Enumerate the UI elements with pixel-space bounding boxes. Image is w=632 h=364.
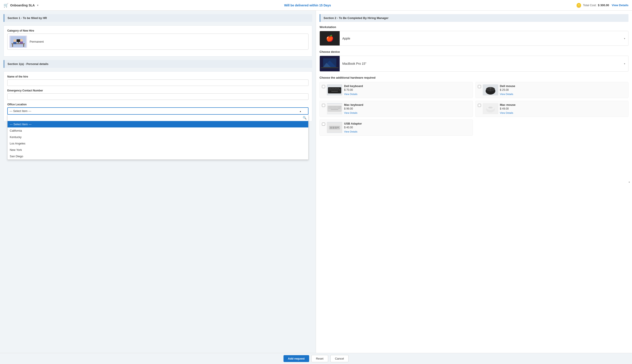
usb-adaptor-image <box>327 122 342 133</box>
name-label: Name of the hire <box>7 75 308 78</box>
svg-rect-44 <box>334 106 335 107</box>
main-content: Section 1 - To be filled by HR Category … <box>0 10 632 353</box>
section1a-header: Section 1(a) - Personal details <box>4 60 312 68</box>
device-selected-label: MacBook Pro 15" <box>340 62 621 66</box>
dell-keyboard-link[interactable]: View Details <box>344 93 357 96</box>
office-search-input[interactable] <box>8 115 301 121</box>
svg-point-61 <box>488 107 493 108</box>
topbar-dropdown-icon[interactable]: ▼ <box>37 4 39 7</box>
dropdown-option-los-angeles[interactable]: Los Angeles <box>8 140 308 147</box>
dropdown-option-new-york[interactable]: New York <box>8 147 308 153</box>
office-dropdown-trigger[interactable]: --- Select Item --- <box>7 107 308 115</box>
mac-mouse-checkbox[interactable] <box>478 104 481 107</box>
svg-rect-43 <box>333 106 333 107</box>
svg-rect-23 <box>336 88 337 89</box>
dell-mouse-image <box>483 84 498 96</box>
mac-mouse-image <box>483 103 498 114</box>
section1-header: Section 1 - To be filled by HR <box>4 14 312 22</box>
mac-mouse-info: Mac mouse $ 49.00 View Details <box>500 103 626 114</box>
svg-rect-26 <box>330 90 332 90</box>
hardware-item-usb-adaptor: USB Adaptor $ 40.00 View Details <box>320 120 473 136</box>
office-dropdown-list: 🔍 --- Select Item --- California Kentuck… <box>7 115 308 160</box>
dell-keyboard-checkbox[interactable] <box>322 85 325 88</box>
office-field: Office Location --- Select Item --- 🔍 --… <box>7 103 308 115</box>
office-selected-text: --- Select Item --- <box>10 109 31 113</box>
workstation-dropdown-arrow[interactable] <box>621 37 628 40</box>
dropdown-option-select[interactable]: --- Select Item --- <box>8 121 308 128</box>
dell-mouse-info: Dell mouse $ 25.00 View Details <box>500 84 626 96</box>
category-selected-label: Permanent <box>30 40 307 43</box>
svg-rect-53 <box>334 108 335 108</box>
left-panel: Section 1 - To be filled by HR Category … <box>0 10 316 353</box>
dell-keyboard-info: Dell keyboard $ 70.00 View Details <box>344 84 470 96</box>
cart-icon: 🛒 <box>4 3 9 8</box>
svg-rect-7 <box>20 42 23 44</box>
section1-card: Category of New Hire <box>4 26 312 56</box>
topbar: 🛒 Onboarding SLA ▼ Will be delivered wit… <box>0 0 632 10</box>
svg-rect-27 <box>332 90 333 90</box>
workstation-label: Workstation <box>320 26 628 29</box>
topbar-title: Onboarding SLA <box>10 4 35 7</box>
svg-rect-3 <box>23 44 24 47</box>
cancel-button[interactable]: Cancel <box>330 355 348 362</box>
usb-adaptor-info: USB Adaptor $ 40.00 View Details <box>344 122 470 133</box>
svg-rect-22 <box>335 88 336 89</box>
right-panel: Section 2 - To Be Completed By Hiring Ma… <box>316 10 632 353</box>
svg-point-4 <box>14 39 16 42</box>
add-request-button[interactable]: Add request <box>284 355 309 362</box>
dell-mouse-price: $ 25.00 <box>500 88 626 92</box>
dropdown-option-kentucky[interactable]: Kentucky <box>8 134 308 140</box>
device-dropdown-arrow[interactable] <box>621 62 628 65</box>
dell-mouse-name: Dell mouse <box>500 84 626 88</box>
hardware-grid: Dell keyboard $ 70.00 View Details <box>320 82 628 117</box>
svg-rect-45 <box>335 106 336 107</box>
name-input[interactable] <box>7 80 308 86</box>
dropdown-option-san-diego[interactable]: San Diego <box>8 153 308 160</box>
svg-rect-25 <box>329 90 330 90</box>
view-details-link[interactable]: View Details <box>612 4 628 7</box>
svg-rect-42 <box>331 106 332 107</box>
topbar-right: 🪙 Total Cost: $ 300.00 View Details <box>576 3 628 8</box>
total-cost-display: 🪙 Total Cost: $ 300.00 <box>576 3 609 8</box>
usb-adaptor-link[interactable]: View Details <box>344 130 357 133</box>
mac-keyboard-checkbox[interactable] <box>322 104 325 107</box>
device-selector[interactable]: MacBook Pro 15" <box>320 56 628 72</box>
svg-rect-49 <box>329 108 329 108</box>
workstation-selected-label: Apple <box>340 37 621 40</box>
apple-logo-icon: 🍎 <box>326 35 334 42</box>
svg-rect-9 <box>18 42 19 43</box>
svg-rect-40 <box>329 106 329 107</box>
svg-rect-65 <box>333 127 334 128</box>
svg-rect-48 <box>339 106 341 107</box>
usb-adaptor-checkbox[interactable] <box>322 122 325 126</box>
mac-mouse-link[interactable]: View Details <box>500 112 513 114</box>
dropdown-option-california[interactable]: California <box>8 128 308 134</box>
svg-rect-28 <box>334 90 335 90</box>
category-field: Category of New Hire <box>7 29 308 50</box>
mac-keyboard-info: Mac keyboard $ 99.00 View Details <box>344 103 470 114</box>
svg-rect-21 <box>333 88 334 89</box>
mac-keyboard-link[interactable]: View Details <box>344 112 357 114</box>
emergency-field: Emergency Contact Number <box>7 89 308 100</box>
svg-rect-32 <box>331 91 338 92</box>
emergency-input[interactable] <box>7 94 308 100</box>
svg-rect-50 <box>330 108 331 108</box>
office-location-dropdown[interactable]: --- Select Item --- 🔍 --- Select Item --… <box>7 107 308 115</box>
usb-adaptor-name: USB Adaptor <box>344 122 470 125</box>
svg-rect-64 <box>330 127 332 128</box>
svg-rect-41 <box>330 106 331 107</box>
office-search-button[interactable]: 🔍 <box>301 115 308 121</box>
dropdown-search-row: 🔍 <box>8 115 308 121</box>
dell-mouse-checkbox[interactable] <box>478 85 481 88</box>
svg-rect-24 <box>338 88 339 89</box>
device-image <box>320 56 340 71</box>
category-selector[interactable]: Permanent <box>7 34 308 50</box>
category-label: Category of New Hire <box>7 29 308 32</box>
total-cost-label: Total Cost: <box>583 4 596 7</box>
mac-keyboard-price: $ 99.00 <box>344 107 470 110</box>
reset-button[interactable]: Reset <box>311 355 328 362</box>
dell-mouse-link[interactable]: View Details <box>500 93 513 96</box>
coin-icon: 🪙 <box>576 3 582 8</box>
workstation-selector[interactable]: 🍎 Apple <box>320 31 628 46</box>
mac-mouse-price: $ 49.00 <box>500 107 626 110</box>
